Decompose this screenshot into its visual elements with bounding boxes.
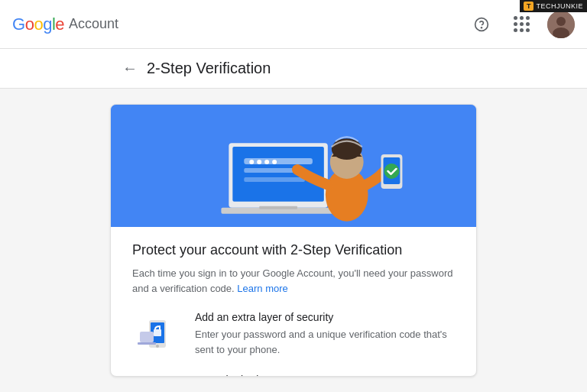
main-content: Protect your account with 2-Step Verific… (0, 89, 587, 392)
svg-point-25 (156, 345, 159, 348)
svg-rect-26 (154, 329, 161, 336)
grid-dots-icon (514, 16, 530, 32)
svg-point-13 (264, 160, 269, 164)
svg-rect-8 (244, 158, 313, 164)
hero-illustration (111, 105, 476, 227)
svg-rect-27 (140, 332, 154, 342)
svg-rect-28 (138, 342, 156, 345)
hero-area (111, 105, 476, 227)
learn-more-link[interactable]: Learn more (237, 283, 287, 294)
card-body: Protect your account with 2-Step Verific… (111, 227, 476, 377)
feature-item-badguys: Keep the bad guys out Even if someone el… (132, 374, 455, 377)
feature-title-badguys: Keep the bad guys out (195, 374, 455, 377)
account-label: Account (69, 16, 118, 32)
content-card: Protect your account with 2-Step Verific… (110, 104, 477, 377)
google-logo: Google (12, 15, 64, 34)
apps-button[interactable] (508, 11, 535, 38)
avatar[interactable] (547, 11, 575, 38)
svg-point-12 (257, 160, 261, 164)
svg-rect-9 (244, 168, 297, 173)
svg-rect-16 (259, 206, 297, 209)
page-header: ← 2-Step Verification (0, 49, 587, 89)
svg-point-11 (249, 160, 254, 164)
svg-rect-10 (244, 177, 305, 182)
svg-point-3 (556, 17, 566, 26)
card-title: Protect your account with 2-Step Verific… (132, 242, 455, 258)
back-button[interactable]: ← (122, 60, 138, 77)
top-bar: Google Account (0, 0, 587, 49)
feature-text-security: Add an extra layer of security Enter you… (195, 311, 455, 357)
badguys-icon (132, 374, 181, 377)
techjunkie-badge: T TECHJUNKIE (520, 0, 587, 12)
feature-text-badguys: Keep the bad guys out Even if someone el… (195, 374, 455, 377)
top-icons (468, 11, 575, 38)
help-button[interactable] (468, 11, 495, 38)
page-title: 2-Step Verification (147, 60, 271, 77)
feature-desc-security: Enter your password and a unique verific… (195, 327, 455, 357)
card-description: Each time you sign in to your Google Acc… (132, 266, 455, 296)
security-icon (132, 311, 181, 360)
feature-title-security: Add an extra layer of security (195, 311, 455, 323)
svg-point-14 (272, 160, 277, 164)
svg-point-22 (384, 164, 400, 179)
feature-item-security: Add an extra layer of security Enter you… (132, 311, 455, 360)
logo-area: Google Account (12, 15, 118, 34)
